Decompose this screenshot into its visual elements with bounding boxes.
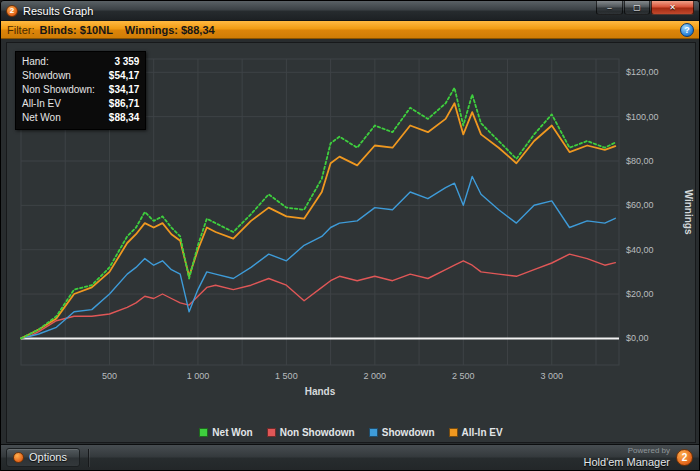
- x-tick-label: 3 000: [541, 371, 564, 381]
- legend-item-non-showdown[interactable]: Non Showdown: [267, 427, 355, 438]
- window-controls: – ▢ ✕: [595, 1, 694, 15]
- filter-blinds-value: Blinds: $10NL: [40, 24, 113, 36]
- brand-name: Hold'em Manager: [584, 456, 670, 468]
- y-tick-label: $100,00: [626, 112, 659, 122]
- stats-row-label: All-In EV: [22, 97, 61, 111]
- legend-swatch-icon: [369, 428, 378, 437]
- chart-panel: 5001 0001 5002 0002 5003 000Hands$0,00$2…: [6, 42, 696, 443]
- y-tick-label: $120,00: [626, 67, 659, 77]
- legend-label: Net Won: [212, 427, 252, 438]
- options-button[interactable]: Options: [6, 448, 80, 467]
- powered-by-text: Powered by Hold'em Manager: [584, 447, 670, 468]
- options-label: Options: [29, 451, 67, 463]
- legend-swatch-icon: [267, 428, 276, 437]
- app-icon: 2: [6, 5, 18, 17]
- y-tick-label: $40,00: [626, 245, 654, 255]
- legend-swatch-icon: [449, 428, 458, 437]
- stats-row: Showdown$54,17: [22, 69, 139, 83]
- chart-legend: Net WonNon ShowdownShowdownAll-In EV: [7, 423, 695, 441]
- stats-row: Net Won$88,34: [22, 111, 139, 125]
- series-all-in-ev: [21, 103, 615, 338]
- close-button[interactable]: ✕: [651, 1, 694, 15]
- question-icon: ?: [684, 25, 690, 35]
- legend-item-all-in-ev[interactable]: All-In EV: [449, 427, 503, 438]
- y-tick-label: $20,00: [626, 289, 654, 299]
- stats-row-value: $34,17: [109, 83, 140, 97]
- results-graph-window: 2 Results Graph – ▢ ✕ Filter: Blinds: $1…: [0, 0, 700, 471]
- hem-logo-glyph: 2: [682, 452, 688, 463]
- legend-swatch-icon: [199, 428, 208, 437]
- stats-row-label: Hand:: [22, 55, 49, 69]
- stats-row-label: Non Showdown:: [22, 83, 95, 97]
- x-tick-label: 1 000: [187, 371, 210, 381]
- legend-item-net-won[interactable]: Net Won: [199, 427, 252, 438]
- powered-by-label: Powered by: [584, 447, 670, 456]
- stats-row-value: $88,34: [109, 111, 140, 125]
- stats-row-value: $86,71: [109, 97, 140, 111]
- window-title: Results Graph: [23, 5, 93, 17]
- powered-by-block: Powered by Hold'em Manager 2: [584, 447, 693, 468]
- app-icon-glyph: 2: [10, 7, 14, 15]
- y-tick-label: $80,00: [626, 156, 654, 166]
- maximize-button[interactable]: ▢: [624, 1, 650, 15]
- stats-row: Non Showdown:$34,17: [22, 83, 139, 97]
- stats-row-label: Showdown: [22, 69, 71, 83]
- statusbar-separator: [88, 449, 89, 467]
- x-tick-label: 500: [102, 371, 117, 381]
- x-tick-label: 2 500: [452, 371, 475, 381]
- stats-row: All-In EV$86,71: [22, 97, 139, 111]
- filter-label: Filter:: [7, 24, 35, 36]
- filter-winnings-value: Winnings: $88,34: [125, 24, 215, 36]
- stats-row-label: Net Won: [22, 111, 61, 125]
- y-tick-label: $60,00: [626, 200, 654, 210]
- stats-row-value: $54,17: [109, 69, 140, 83]
- status-bar: Options Powered by Hold'em Manager 2: [1, 444, 699, 470]
- help-button[interactable]: ?: [680, 23, 694, 37]
- stats-row: Hand:3 359: [22, 55, 139, 69]
- x-tick-label: 1 500: [275, 371, 298, 381]
- legend-item-showdown[interactable]: Showdown: [369, 427, 435, 438]
- hem-logo-icon: 2: [676, 449, 693, 466]
- legend-label: Showdown: [382, 427, 435, 438]
- options-icon: [13, 452, 24, 463]
- y-tick-label: $0,00: [626, 333, 649, 343]
- x-tick-label: 2 000: [364, 371, 387, 381]
- minimize-button[interactable]: –: [596, 1, 623, 15]
- y-axis-label: Winnings: [683, 190, 694, 235]
- legend-label: All-In EV: [462, 427, 503, 438]
- legend-label: Non Showdown: [280, 427, 355, 438]
- stats-row-value: 3 359: [114, 55, 139, 69]
- stats-box: Hand:3 359Showdown$54,17Non Showdown:$34…: [15, 51, 146, 130]
- titlebar[interactable]: 2 Results Graph – ▢ ✕: [1, 1, 699, 21]
- filter-bar: Filter: Blinds: $10NL Winnings: $88,34 ?: [1, 21, 699, 39]
- x-axis-label: Hands: [305, 386, 336, 397]
